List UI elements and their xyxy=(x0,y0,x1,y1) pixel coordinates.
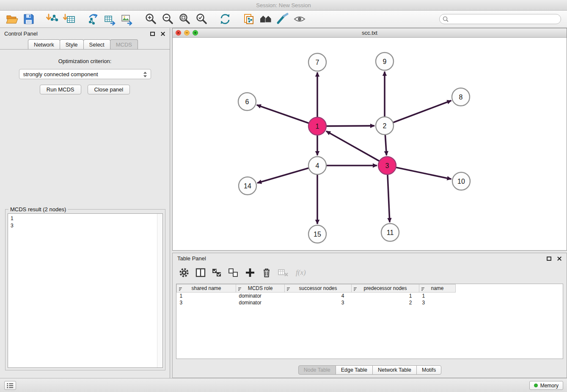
graph-edge-3-10[interactable] xyxy=(395,167,451,179)
graph-node-6[interactable]: 6 xyxy=(238,93,256,110)
column-header-mcds-role[interactable]: MCDS role xyxy=(236,284,285,293)
graph-node-14[interactable]: 14 xyxy=(239,177,256,195)
open-icon[interactable] xyxy=(3,11,20,27)
graph-node-3[interactable]: 3 xyxy=(378,157,396,174)
save-icon[interactable] xyxy=(20,11,37,27)
graph-edge-2-8[interactable] xyxy=(392,100,451,123)
graph-edge-3-11[interactable] xyxy=(388,174,390,222)
table-tab-node-table[interactable]: Node Table xyxy=(298,365,336,375)
graph-node-7[interactable]: 7 xyxy=(308,53,326,71)
table-cell[interactable]: 1 xyxy=(352,293,419,299)
mcds-result-list[interactable]: 13 xyxy=(8,213,163,368)
graph-edge-2-3[interactable] xyxy=(385,134,386,155)
svg-text:9: 9 xyxy=(383,58,387,65)
refresh-network-icon[interactable] xyxy=(217,11,234,27)
task-list-button[interactable] xyxy=(4,381,16,390)
zoom-out-icon[interactable] xyxy=(159,11,176,27)
show-hide-icon[interactable] xyxy=(291,11,308,27)
control-panel-tabs: NetworkStyleSelectMCDS xyxy=(0,39,170,50)
sort-icon[interactable] xyxy=(179,287,183,293)
tab-mcds[interactable]: MCDS xyxy=(110,39,138,49)
control-panel: Control Panel NetworkStyleSelectMCDS Opt… xyxy=(0,28,170,378)
column-header-predecessor-nodes[interactable]: predecessor nodes xyxy=(352,284,419,293)
tab-network[interactable]: Network xyxy=(28,39,60,49)
import-table-icon[interactable] xyxy=(61,11,78,27)
graph-node-1[interactable]: 1 xyxy=(308,117,326,135)
criterion-dropdown[interactable]: strongly connected component xyxy=(19,69,151,79)
close-window-icon[interactable] xyxy=(176,30,181,36)
search-field[interactable] xyxy=(439,14,561,24)
sort-icon[interactable] xyxy=(421,287,426,293)
graph-node-9[interactable]: 9 xyxy=(376,52,394,70)
zoom-in-icon[interactable] xyxy=(142,11,159,27)
table-cell[interactable]: dominator xyxy=(236,299,285,306)
table-row[interactable]: 3dominator323 xyxy=(177,299,456,306)
table-row[interactable]: 1dominator411 xyxy=(177,293,456,299)
zoom-fit-icon[interactable] xyxy=(176,11,193,27)
table-tab-motifs[interactable]: Motifs xyxy=(416,365,441,375)
minimize-window-icon[interactable] xyxy=(184,30,190,36)
search-input[interactable] xyxy=(449,16,558,22)
column-header-shared-name[interactable]: shared name xyxy=(177,284,236,293)
network-view-window: scc.txt 7968124314101511 xyxy=(172,28,567,251)
graph-node-8[interactable]: 8 xyxy=(452,88,470,106)
memory-label: Memory xyxy=(540,383,559,389)
graph-node-4[interactable]: 4 xyxy=(308,157,326,174)
import-network-icon[interactable] xyxy=(44,11,61,27)
table-cell[interactable]: 1 xyxy=(177,293,236,299)
sort-icon[interactable] xyxy=(353,287,358,293)
network-window-titlebar[interactable]: scc.txt xyxy=(173,28,567,38)
status-bar: Memory xyxy=(0,378,567,392)
float-panel-icon[interactable] xyxy=(150,32,155,36)
export-network-icon[interactable] xyxy=(85,11,102,27)
column-header-name[interactable]: name xyxy=(419,284,456,293)
table-tab-network-table[interactable]: Network Table xyxy=(372,365,417,375)
maximize-window-icon[interactable] xyxy=(193,30,198,36)
graph-edge-3-1[interactable] xyxy=(326,131,380,162)
graph-edge-1-2[interactable] xyxy=(325,126,374,126)
memory-button[interactable]: Memory xyxy=(529,381,563,390)
column-header-successor-nodes[interactable]: successor nodes xyxy=(285,284,352,293)
control-panel-header: Control Panel xyxy=(0,28,170,39)
float-table-panel-icon[interactable] xyxy=(547,257,551,261)
close-panel-button[interactable]: Close panel xyxy=(88,85,130,94)
add-column-icon[interactable] xyxy=(245,267,256,278)
close-table-panel-icon[interactable] xyxy=(557,256,562,261)
graph-node-11[interactable]: 11 xyxy=(381,224,399,241)
graph-node-15[interactable]: 15 xyxy=(308,225,326,243)
tab-select[interactable]: Select xyxy=(83,39,110,49)
trash-icon[interactable] xyxy=(261,267,272,278)
unselect-all-icon[interactable] xyxy=(228,267,239,278)
graph-node-10[interactable]: 10 xyxy=(452,172,470,190)
svg-text:2: 2 xyxy=(383,122,387,130)
table-cell[interactable]: 1 xyxy=(419,293,456,299)
result-scrollbar[interactable] xyxy=(157,214,162,367)
table-cell[interactable]: 3 xyxy=(177,299,236,306)
sort-icon[interactable] xyxy=(238,287,242,293)
graph-node-2[interactable]: 2 xyxy=(376,117,394,135)
sort-icon[interactable] xyxy=(286,287,291,293)
network-canvas[interactable]: 7968124314101511 xyxy=(173,38,567,250)
zoom-selected-icon[interactable] xyxy=(193,11,210,27)
table-cell[interactable]: 4 xyxy=(285,293,352,299)
home-icon[interactable] xyxy=(257,11,274,27)
show-column-icon[interactable] xyxy=(195,267,206,278)
close-panel-icon[interactable] xyxy=(160,31,165,36)
apply-style-icon[interactable] xyxy=(274,11,291,27)
select-all-icon[interactable] xyxy=(212,267,223,278)
table-cell[interactable]: 3 xyxy=(419,299,456,306)
delete-table-icon xyxy=(278,267,289,278)
table-toolbar: f(x) xyxy=(173,264,567,282)
graph-edge-1-6[interactable] xyxy=(257,105,310,124)
copy-network-icon[interactable] xyxy=(240,11,257,27)
table-cell[interactable]: dominator xyxy=(236,293,285,299)
graph-edge-4-14[interactable] xyxy=(257,168,310,183)
run-mcds-button[interactable]: Run MCDS xyxy=(40,85,81,94)
table-cell[interactable]: 2 xyxy=(352,299,419,306)
tab-style[interactable]: Style xyxy=(60,39,84,49)
export-table-icon[interactable] xyxy=(102,11,118,27)
gear-icon[interactable] xyxy=(179,267,190,278)
export-image-icon[interactable] xyxy=(118,11,135,27)
table-cell[interactable]: 3 xyxy=(285,299,352,306)
table-tab-edge-table[interactable]: Edge Table xyxy=(336,365,373,375)
